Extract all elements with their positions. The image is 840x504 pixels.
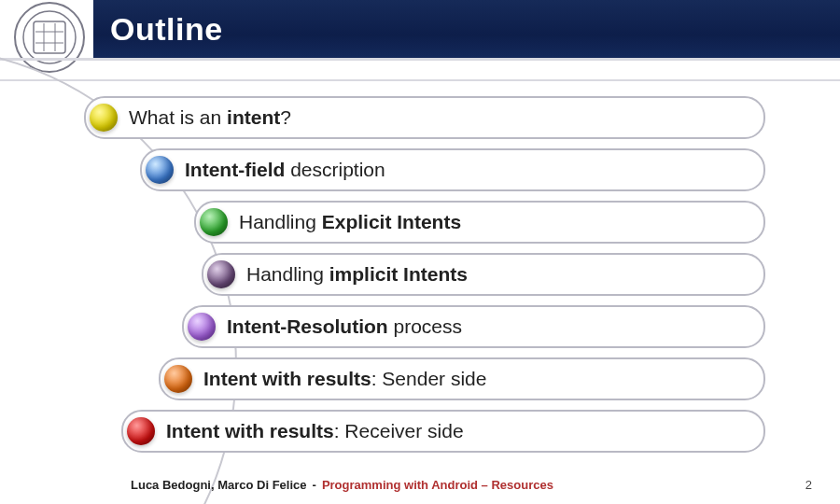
outline-item: Intent with results: Sender side (159, 357, 765, 400)
footer-separator: - (313, 478, 316, 492)
page-number: 2 (805, 478, 812, 492)
footer-course: Programming with Android – Resources (322, 478, 553, 492)
bullet-icon (127, 417, 155, 445)
bullet-icon (188, 313, 216, 341)
outline-item-label: Intent with results: Receiver side (166, 420, 464, 442)
bullet-icon (90, 104, 118, 132)
footer: Luca Bedogni, Marco Di Felice - Programm… (0, 465, 840, 504)
divider (0, 79, 840, 81)
slide-title: Outline (110, 11, 223, 48)
outline-item: Intent with results: Receiver side (121, 410, 765, 453)
svg-point-0 (15, 3, 84, 72)
footer-authors: Luca Bedogni, Marco Di Felice (131, 478, 307, 492)
outline-item: Intent-Resolution process (182, 305, 765, 348)
outline-list: What is an intent? Intent-field descript… (0, 89, 840, 448)
bullet-icon (164, 365, 192, 393)
outline-item: Handling Explicit Intents (194, 201, 765, 244)
outline-item-label: Handling implicit Intents (246, 263, 468, 286)
divider (0, 58, 840, 61)
outline-item: What is an intent? (84, 96, 765, 139)
bullet-icon (146, 156, 174, 184)
outline-item: Intent-field description (140, 148, 765, 191)
bullet-icon (200, 208, 228, 236)
bullet-icon (207, 260, 235, 288)
outline-item-label: Intent with results: Sender side (203, 368, 486, 390)
outline-item-label: What is an intent? (129, 106, 291, 129)
outline-item-label: Intent-field description (185, 159, 385, 181)
slide: Outline What is an intent? Intent-field … (0, 0, 840, 504)
outline-item: Handling implicit Intents (202, 253, 765, 296)
title-bar: Outline (93, 0, 840, 58)
outline-item-label: Handling Explicit Intents (239, 211, 461, 233)
outline-item-label: Intent-Resolution process (227, 315, 462, 338)
